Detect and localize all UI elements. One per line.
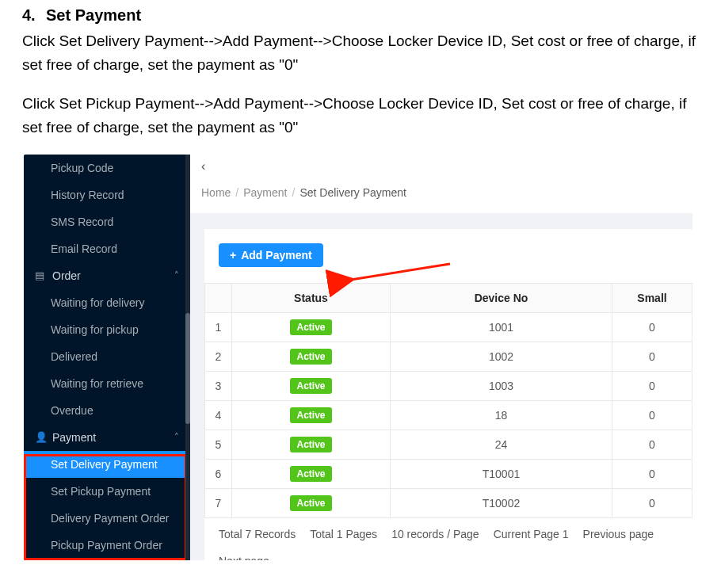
status-badge: Active [290, 495, 331, 511]
chevron-up-icon: ˄ [174, 270, 179, 281]
add-payment-button[interactable]: +Add Payment [219, 243, 323, 267]
sidebar-item-sms-record[interactable]: SMS Record [24, 208, 190, 235]
sidebar-item-overdue[interactable]: Overdue [24, 397, 190, 424]
table-row[interactable]: 5Active240 [205, 430, 692, 459]
col-small: Small [612, 283, 692, 312]
embedded-screenshot: Pickup Code History Record SMS Record Em… [24, 155, 692, 560]
section-heading: 4.Set Payment [22, 6, 699, 25]
pagination: Total 7 Records Total 1 Pages 10 records… [204, 518, 692, 560]
table-row[interactable]: 7ActiveT100020 [205, 488, 692, 517]
breadcrumb-home[interactable]: Home [201, 186, 231, 199]
sidebar-item-pickup-code[interactable]: Pickup Code [24, 155, 190, 181]
section-paragraph-1: Click Set Delivery Payment-->Add Payment… [22, 29, 699, 78]
table-row[interactable]: 3Active10030 [205, 371, 692, 400]
status-badge: Active [290, 378, 331, 394]
table-row[interactable]: 1Active10010 [205, 312, 692, 342]
sidebar-item-delivered[interactable]: Delivered [24, 343, 190, 370]
pager-per-page[interactable]: 10 records / Page [391, 528, 479, 540]
col-index [205, 283, 232, 312]
pager-current: Current Page 1 [494, 528, 569, 540]
chevron-up-icon: ˄ [174, 432, 179, 442]
breadcrumb: Home/Payment/Set Delivery Payment [201, 186, 681, 199]
sidebar-item-waiting-delivery[interactable]: Waiting for delivery [24, 289, 190, 316]
sidebar-item-set-pickup-payment[interactable]: Set Pickup Payment [24, 478, 190, 505]
col-status: Status [232, 283, 391, 312]
sidebar-item-waiting-pickup[interactable]: Waiting for pickup [24, 316, 190, 343]
sidebar-item-history-record[interactable]: History Record [24, 181, 190, 208]
status-badge: Active [290, 466, 331, 482]
status-badge: Active [290, 437, 331, 452]
sidebar: Pickup Code History Record SMS Record Em… [24, 155, 190, 560]
section-number: 4. [22, 6, 46, 25]
collapse-sidebar-button[interactable]: ‹ [201, 159, 205, 174]
sidebar-item-delivery-payment-order[interactable]: Delivery Payment Order [24, 505, 190, 532]
pager-total-records: Total 7 Records [219, 528, 296, 540]
payment-icon: 👤 [35, 431, 46, 443]
content-panel: +Add Payment Status Device No Small [204, 229, 692, 560]
plus-icon: + [230, 249, 236, 262]
sidebar-header-payment-label: Payment [52, 431, 96, 444]
order-icon: ▤ [35, 269, 46, 281]
table-row[interactable]: 6ActiveT100010 [205, 459, 692, 488]
add-payment-label: Add Payment [241, 249, 311, 262]
pager-total-pages: Total 1 Pages [310, 528, 377, 540]
section-title: Set Payment [46, 6, 141, 24]
table-row[interactable]: 4Active180 [205, 400, 692, 430]
sidebar-header-order[interactable]: ▤ Order ˄ [24, 262, 190, 289]
breadcrumb-separator: / [235, 186, 238, 199]
sidebar-item-pickup-payment-order[interactable]: Pickup Payment Order [24, 532, 190, 559]
table-row[interactable]: 2Active10020 [205, 342, 692, 371]
status-badge: Active [290, 407, 331, 423]
pager-prev[interactable]: Previous page [583, 528, 654, 540]
breadcrumb-payment[interactable]: Payment [243, 186, 287, 199]
section-paragraph-2: Click Set Pickup Payment-->Add Payment--… [22, 92, 699, 140]
pager-next[interactable]: Next page [219, 555, 269, 560]
sidebar-header-order-label: Order [52, 269, 81, 282]
main-panel: ‹ Home/Payment/Set Delivery Payment +Add… [190, 155, 692, 560]
sidebar-item-email-record[interactable]: Email Record [24, 235, 190, 262]
sidebar-header-payment[interactable]: 👤 Payment ˄ [24, 424, 190, 451]
breadcrumb-separator: / [292, 186, 296, 199]
sidebar-item-set-delivery-payment[interactable]: Set Delivery Payment [24, 451, 190, 478]
col-device: Device No [391, 283, 612, 312]
sidebar-item-waiting-retrieve[interactable]: Waiting for retrieve [24, 370, 190, 397]
payment-table: Status Device No Small 1Active10010 2Act… [204, 283, 692, 518]
status-badge: Active [290, 319, 331, 335]
breadcrumb-current: Set Delivery Payment [299, 186, 406, 199]
topbar: ‹ Home/Payment/Set Delivery Payment [190, 155, 692, 213]
status-badge: Active [290, 349, 331, 365]
